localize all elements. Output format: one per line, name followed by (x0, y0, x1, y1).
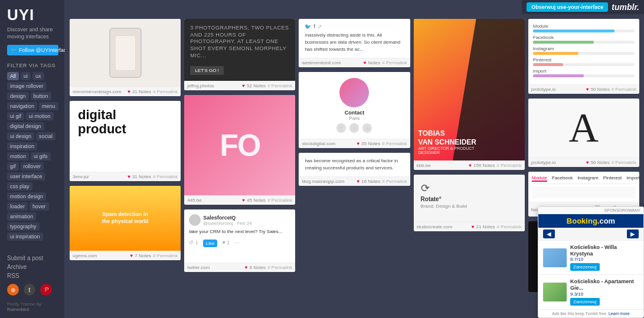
card-meta: ♥ 52 Notes # Permalink (242, 83, 292, 88)
card-footer: studiocreate.com ♥ 21 Notes # Permalink (414, 222, 525, 231)
card-content: Contact Paris f t in (299, 72, 410, 139)
tag-item[interactable]: loader (7, 202, 28, 211)
contact-icon: in (362, 123, 372, 133)
booking-item-image (543, 283, 567, 301)
card-image: TOBIASVAN SCHNEIDER ART DIRECTOR & PRODU… (414, 19, 525, 160)
card-meta: ♥ 6 Notes # Permalink (245, 265, 293, 270)
tag-item[interactable]: css play (7, 182, 32, 191)
tag-item[interactable]: ui gif (7, 112, 24, 120)
sidebar-links: Submit a post Archive RSS (7, 255, 58, 279)
booking-item-info: Kościelisko - Willa Krystyna 8.7/10 Zare… (570, 244, 639, 271)
card-content: ⟳ Rotate° Brand, Design & Build (414, 175, 525, 222)
archive-link[interactable]: Archive (7, 264, 58, 270)
booking-item-name: Kościelisko - Apartament Gie... (570, 278, 639, 291)
rss-icon[interactable]: ⊕ (7, 284, 19, 296)
booking-reserve-button-2[interactable]: Zarezerwuj (570, 298, 600, 306)
pinterest-icon[interactable]: 𝓟 (40, 284, 52, 296)
card-content: 🐦 f ⇗ massively distracting aside is thi… (299, 19, 410, 58)
card-source: jeffng.photos (187, 83, 214, 88)
tag-item[interactable]: gif (7, 162, 19, 171)
credit-author-link[interactable]: Rainerbird (7, 307, 29, 312)
follow-button[interactable]: 🐦 Follow @UYInterface (7, 45, 58, 55)
more-icon: ··· (234, 240, 239, 245)
nav-mockup: Module Facebook Instagram Pinterest Impo… (532, 175, 636, 184)
card-title: 3 PHOTOGRAPHERS, TWO PLACES AND 225 HOUR… (190, 25, 289, 59)
tweet-text: take your CRM to the next level? Try Sal… (189, 228, 290, 235)
card-content: 3 PHOTOGRAPHERS, TWO PLACES AND 225 HOUR… (184, 19, 295, 81)
contact-icon: t (349, 123, 359, 133)
booking-prev-button[interactable]: ◀ (543, 230, 555, 238)
card-title: Spam detection inthe physical world (102, 211, 149, 225)
tag-item[interactable]: digital design (7, 122, 44, 130)
tag-item[interactable]: design (7, 92, 29, 100)
tag-item[interactable]: button (31, 92, 51, 100)
card-footer: westmentionit.com ♥ Notes # Permalink (299, 58, 410, 67)
booking-item-2: Kościelisko - Apartament Gie... 9.3/10 Z… (538, 275, 643, 310)
booking-reserve-button-1[interactable]: Zarezerwuj (570, 263, 600, 271)
list-item: Spam detection inthe physical world ugem… (70, 186, 181, 260)
tag-item[interactable]: All (7, 72, 19, 80)
learn-more-link[interactable]: Learn more (609, 312, 630, 316)
booking-logo: Booking.com (567, 217, 615, 225)
card-meta: ♥ 16 Notes # Permalink (357, 179, 407, 184)
booking-ad: SPONSOROWANY Booking.com ◀ ▶ Kościelisko… (538, 206, 644, 318)
card-footer: blog.masneqpp.com ♥ 16 Notes # Permalink (299, 176, 410, 186)
booking-item-rating: 9.3/10 (570, 291, 639, 297)
card-image: FO (184, 95, 295, 195)
sidebar: UYI Discover and share moving interfaces… (0, 0, 65, 318)
tag-item[interactable]: image rollover (7, 82, 47, 90)
tag-item[interactable]: navigation (7, 102, 37, 110)
tag-item[interactable]: rollover (21, 162, 44, 171)
observe-button[interactable]: Obserwuj use-your-interface (527, 2, 608, 12)
tag-item[interactable]: ui motion (26, 112, 54, 120)
tag-item[interactable]: motion design (7, 192, 46, 201)
tag-item[interactable]: ui inspiration (7, 232, 43, 241)
booking-item-1: Kościelisko - Willa Krystyna 8.7/10 Zare… (538, 241, 643, 276)
tag-item[interactable]: inspiration (7, 142, 37, 150)
rss-link[interactable]: RSS (7, 273, 58, 279)
tag-item[interactable]: ux (32, 72, 44, 80)
card-source: ugems.com (73, 253, 97, 258)
rotate-sub: Brand, Design & Build (421, 204, 518, 209)
card-meta: ♥ 21 Notes # Permalink (128, 89, 178, 94)
tag-item[interactable]: social (36, 132, 55, 140)
card-image (70, 19, 181, 87)
submit-post-link[interactable]: Submit a post (7, 255, 58, 261)
tag-item[interactable]: user interface (7, 172, 45, 181)
nav-item: Instagram (577, 175, 599, 182)
tweet-header: SalesforceIQ @salesforceiq · Feb 24 (189, 214, 290, 226)
nav-item: Facebook (552, 175, 573, 182)
big-letter: A (569, 107, 599, 149)
tag-item[interactable]: motion (7, 152, 29, 160)
card-footer: 3env.pz ♥ 31 Notes # Permalink (70, 172, 181, 181)
site-tagline: Discover and share moving interfaces (7, 27, 58, 40)
list-item: FO 445.be ♥ 45 Notes # Permalink (184, 95, 295, 205)
card-source: kbb.be (417, 163, 431, 168)
card-meta: ♥ 31 Notes # Permalink (128, 174, 178, 179)
card-footer: mirrormirrordesign.com ♥ 21 Notes # Perm… (70, 87, 181, 96)
card-footer: ugems.com ♥ 7 Notes # Permalink (70, 251, 181, 260)
twitter-social-icon[interactable]: t (24, 284, 35, 296)
card-meta: ♥ 7 Notes # Permalink (130, 253, 178, 258)
tag-item[interactable]: menu (39, 102, 58, 110)
card-footer: twitter.com ♥ 6 Notes # Permalink (184, 263, 295, 272)
booking-next-button[interactable]: ▶ (627, 230, 639, 238)
tag-item[interactable]: ui gifs (31, 152, 51, 160)
card-source: twitter.com (187, 265, 210, 270)
progress-row: Import (533, 68, 635, 77)
tag-item[interactable]: typography (7, 222, 40, 231)
tag-item[interactable]: ui (21, 72, 31, 80)
fb-icon: f (313, 24, 315, 29)
lets-go-button[interactable]: LET'S GO ! (190, 66, 224, 75)
card-source: studiocreate.com (417, 224, 453, 230)
twitter-icon: 🐦 (11, 47, 17, 53)
tag-item[interactable]: ui design (7, 132, 34, 140)
card-content: digitalproduct (70, 101, 181, 172)
booking-header: Booking.com (538, 214, 643, 228)
tag-item[interactable]: hover (30, 202, 49, 211)
tweet-actions: ↺ 1 Like ♥ 1 ··· (189, 239, 290, 246)
card-content: has become recognised as a critical fact… (299, 153, 410, 176)
tag-item[interactable]: animation (7, 212, 36, 221)
booking-footer: Ads like this keep Tumblr free. Learn mo… (538, 310, 643, 317)
tweet-name: SalesforceIQ (203, 215, 251, 221)
